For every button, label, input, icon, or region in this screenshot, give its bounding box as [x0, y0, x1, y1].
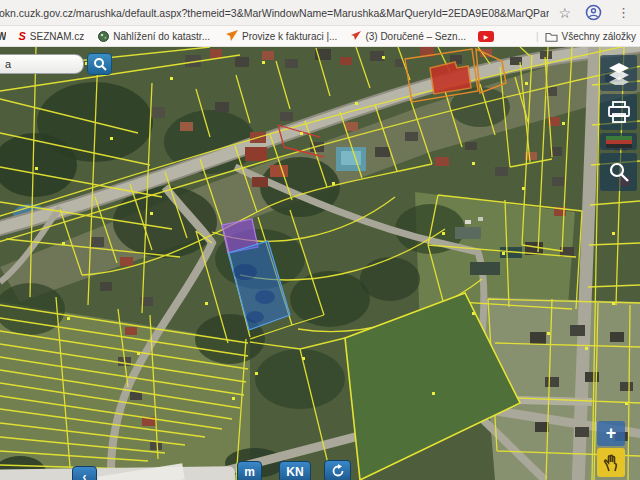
zoom-search-button[interactable] — [600, 153, 637, 191]
seznam-mail-icon — [351, 31, 361, 41]
menu-kebab-icon[interactable]: ⋮ — [617, 6, 630, 19]
browser-url-bar: okn.cuzk.gov.cz/marushka/default.aspx?th… — [0, 0, 640, 26]
bookmark-dorucene[interactable]: (3) Doručené – Sezn... — [351, 31, 466, 42]
bookmark-partial[interactable]: W — [0, 31, 6, 42]
bookmarks-separator: | — [536, 31, 539, 42]
cadastral-map[interactable]: + ‹ m KN — [0, 47, 640, 480]
orange-arrow-icon — [226, 30, 238, 42]
hand-icon — [603, 454, 619, 472]
folder-icon — [545, 31, 558, 42]
bookmark-katastr[interactable]: Nahlížení do katastr... — [98, 31, 210, 42]
bookmark-youtube[interactable]: ▶ — [478, 31, 494, 42]
overview-map-button[interactable] — [600, 133, 637, 150]
refresh-icon — [331, 464, 345, 478]
bookmark-seznam[interactable]: S SEZNAM.cz — [18, 30, 84, 42]
search-icon — [93, 57, 107, 71]
overview-map-icon — [606, 136, 632, 148]
all-bookmarks-button[interactable]: Všechny záložky — [545, 31, 636, 42]
plus-icon: + — [606, 423, 617, 444]
layers-icon — [607, 61, 631, 85]
refresh-button[interactable] — [324, 460, 351, 480]
red-highlight-building — [430, 62, 471, 94]
aerial-map-canvas — [0, 47, 640, 480]
bookmark-provize[interactable]: Provize k fakturaci |... — [226, 30, 337, 42]
pan-tool-button[interactable] — [597, 448, 625, 477]
search-input[interactable] — [0, 54, 84, 74]
bookmark-star-icon[interactable]: ☆ — [558, 6, 571, 20]
printer-icon — [607, 101, 631, 123]
profile-icon[interactable] — [585, 4, 602, 21]
layers-button[interactable] — [600, 55, 637, 91]
kn-button[interactable]: KN — [279, 461, 311, 480]
bookmarks-bar: W S SEZNAM.cz Nahlížení do katastr... Pr… — [0, 26, 640, 47]
zoom-in-button[interactable]: + — [597, 421, 625, 446]
measure-button[interactable]: m — [237, 461, 262, 480]
url-text[interactable]: okn.cuzk.gov.cz/marushka/default.aspx?th… — [0, 7, 549, 19]
globe-icon — [98, 31, 109, 42]
seznam-logo-icon: S — [18, 30, 25, 42]
chevron-left-icon: ‹ — [83, 470, 87, 480]
youtube-icon: ▶ — [478, 31, 494, 42]
magnifier-icon — [608, 161, 630, 183]
print-button[interactable] — [600, 94, 637, 130]
search-button[interactable] — [87, 53, 112, 75]
map-search — [0, 53, 112, 75]
collapse-panel-button[interactable]: ‹ — [72, 466, 97, 480]
